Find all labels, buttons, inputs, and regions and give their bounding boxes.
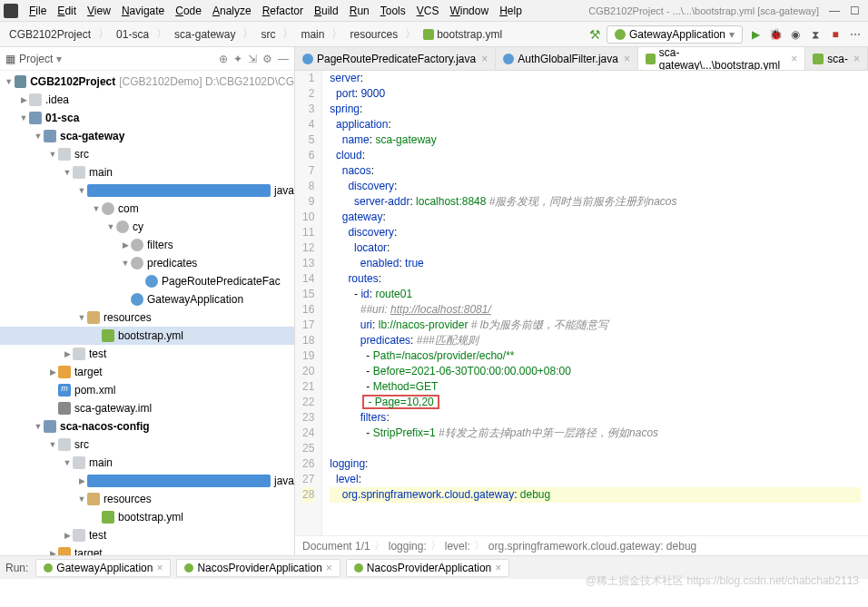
menu-view[interactable]: View <box>82 3 116 19</box>
editor-tab[interactable]: sca-× <box>805 47 868 70</box>
menu-help[interactable]: Help <box>494 3 528 19</box>
tree-node[interactable]: ▶target <box>0 363 294 381</box>
breadcrumb-seg[interactable]: main <box>297 26 328 43</box>
code-line[interactable]: - id: route01 <box>330 287 861 302</box>
breadcrumb-seg[interactable]: src <box>257 26 279 43</box>
editor-tab[interactable]: PageRoutePredicateFactory.java× <box>295 47 496 70</box>
breadcrumb-seg[interactable]: sca-gateway <box>171 26 239 43</box>
select-opened-icon[interactable]: ⊕ <box>219 53 228 65</box>
crumb-seg[interactable]: level: <box>445 540 470 553</box>
code-line[interactable]: - Path=/nacos/provider/echo/** <box>330 348 861 364</box>
stop-icon[interactable]: ■ <box>828 27 843 42</box>
chevron-down-icon[interactable]: ▼ <box>120 259 131 268</box>
menu-window[interactable]: Window <box>444 3 494 19</box>
code-line[interactable]: locator: <box>330 240 861 256</box>
code-line[interactable]: port: 9000 <box>330 86 861 102</box>
project-tree[interactable]: ▼CGB2102Project[CGB2102Demo] D:\CBG2102D… <box>0 71 294 555</box>
run-tab[interactable]: NacosProviderApplication× <box>346 559 509 577</box>
settings-icon[interactable]: ⚙ <box>262 53 272 65</box>
menu-tools[interactable]: Tools <box>375 3 411 19</box>
menu-vcs[interactable]: VCS <box>411 3 445 19</box>
code-line[interactable]: predicates: ###匹配规则 <box>330 333 861 348</box>
code-line[interactable]: cloud: <box>330 148 861 163</box>
chevron-down-icon[interactable]: ▼ <box>76 494 87 504</box>
coverage-icon[interactable]: ◉ <box>788 27 803 42</box>
more-icon[interactable]: ⋯ <box>848 27 863 42</box>
menu-refactor[interactable]: Refactor <box>257 3 309 19</box>
code-editor[interactable]: 1234567891011121314151617181920212223242… <box>295 71 868 535</box>
close-icon[interactable]: × <box>481 53 488 65</box>
chevron-right-icon[interactable]: ▶ <box>18 95 29 104</box>
expand-all-icon[interactable]: ✦ <box>233 53 242 65</box>
code-line[interactable]: routes: <box>330 271 861 287</box>
tree-node[interactable]: sca-gateway.iml <box>0 399 294 417</box>
debug-icon[interactable]: 🐞 <box>768 27 783 42</box>
breadcrumb-seg[interactable]: bootstrap.yml <box>419 26 506 43</box>
close-icon[interactable]: × <box>853 53 860 65</box>
close-icon[interactable]: × <box>791 53 797 65</box>
tree-node[interactable]: PageRoutePredicateFac <box>0 272 294 290</box>
close-icon[interactable]: × <box>326 562 332 574</box>
tree-node[interactable]: ▶target <box>0 544 294 555</box>
tree-node[interactable]: ▶filters <box>0 236 294 254</box>
code-line[interactable]: name: sca-gateway <box>330 132 861 148</box>
tree-node[interactable]: ▼01-sca <box>0 109 294 127</box>
tree-node[interactable]: ▼sca-gateway <box>0 127 294 145</box>
tree-node[interactable]: ▼resources <box>0 308 294 327</box>
chevron-right-icon[interactable]: ▶ <box>76 476 87 485</box>
close-icon[interactable]: × <box>495 562 501 574</box>
tree-node[interactable]: ▼com <box>0 200 294 218</box>
chevron-down-icon[interactable]: ▼ <box>62 458 73 467</box>
chevron-right-icon[interactable]: ▶ <box>120 240 131 250</box>
crumb-seg[interactable]: Document 1/1 <box>302 540 370 553</box>
tree-node[interactable]: ▶test <box>0 526 294 544</box>
chevron-down-icon[interactable]: ▼ <box>4 77 15 86</box>
run-icon[interactable]: ▶ <box>748 27 763 42</box>
breadcrumb-seg[interactable]: CGB2102Project <box>5 26 94 43</box>
chevron-down-icon[interactable]: ▼ <box>47 440 58 449</box>
code-line[interactable]: server: <box>330 71 861 86</box>
code-line[interactable]: gateway: <box>330 210 861 225</box>
tree-node[interactable]: ▼cy <box>0 218 294 236</box>
code-line[interactable]: discovery: <box>330 225 861 240</box>
crumb-seg[interactable]: logging: <box>389 540 427 553</box>
tree-node[interactable]: ▼predicates <box>0 254 294 272</box>
menu-run[interactable]: Run <box>344 3 375 19</box>
tree-node[interactable]: ▼CGB2102Project[CGB2102Demo] D:\CBG2102D… <box>0 73 294 91</box>
code-line[interactable] <box>330 441 861 456</box>
breadcrumb-seg[interactable]: resources <box>346 26 401 43</box>
menu-code[interactable]: Code <box>170 3 207 19</box>
run-tab[interactable]: NacosProviderApplication× <box>176 559 340 577</box>
minimize-icon[interactable]: — <box>824 5 844 17</box>
tree-node[interactable]: ▶test <box>0 345 294 363</box>
menu-navigate[interactable]: Navigate <box>116 3 170 19</box>
code-line[interactable]: - Page=10,20 <box>330 395 861 410</box>
tree-node[interactable]: ▼main <box>0 454 294 472</box>
chevron-down-icon[interactable]: ▼ <box>62 168 73 177</box>
code-line[interactable]: uri: lb://nacos-provider # lb为服务前缀，不能随意写 <box>330 318 861 333</box>
code-line[interactable]: spring: <box>330 102 861 117</box>
tree-node[interactable]: ▶java <box>0 472 294 490</box>
chevron-down-icon[interactable]: ▼ <box>105 222 116 231</box>
editor-tab[interactable]: AuthGlobalFilter.java× <box>496 47 638 70</box>
code-line[interactable]: org.springframework.cloud.gateway: debug <box>330 487 861 503</box>
tree-node[interactable]: ▼java <box>0 181 294 200</box>
tree-node[interactable]: ▼src <box>0 145 294 163</box>
chevron-down-icon[interactable]: ▼ <box>47 150 58 159</box>
code-source[interactable]: server: port: 9000spring: application: n… <box>322 71 868 535</box>
tree-node[interactable]: ▶.idea <box>0 91 294 109</box>
breadcrumb-seg[interactable]: 01-sca <box>113 26 153 43</box>
code-line[interactable]: filters: <box>330 410 861 426</box>
close-icon[interactable]: × <box>624 53 630 65</box>
build-icon[interactable]: ⚒ <box>589 27 601 42</box>
project-tool-title[interactable]: Project <box>19 53 53 65</box>
code-line[interactable]: - Method=GET <box>330 379 861 395</box>
chevron-down-icon[interactable]: ▾ <box>56 53 62 65</box>
code-line[interactable]: ##uri: http://localhost:8081/ <box>330 302 861 318</box>
tree-node[interactable]: pom.xml <box>0 381 294 399</box>
tree-node[interactable]: ▼sca-nacos-config <box>0 417 294 436</box>
code-line[interactable]: application: <box>330 117 861 132</box>
code-line[interactable]: level: <box>330 472 861 487</box>
code-line[interactable]: - StripPrefix=1 #转发之前去掉path中第一层路径，例如naco… <box>330 426 861 441</box>
code-line[interactable]: server-addr: localhost:8848 #服务发现，同时当前服务… <box>330 194 861 210</box>
